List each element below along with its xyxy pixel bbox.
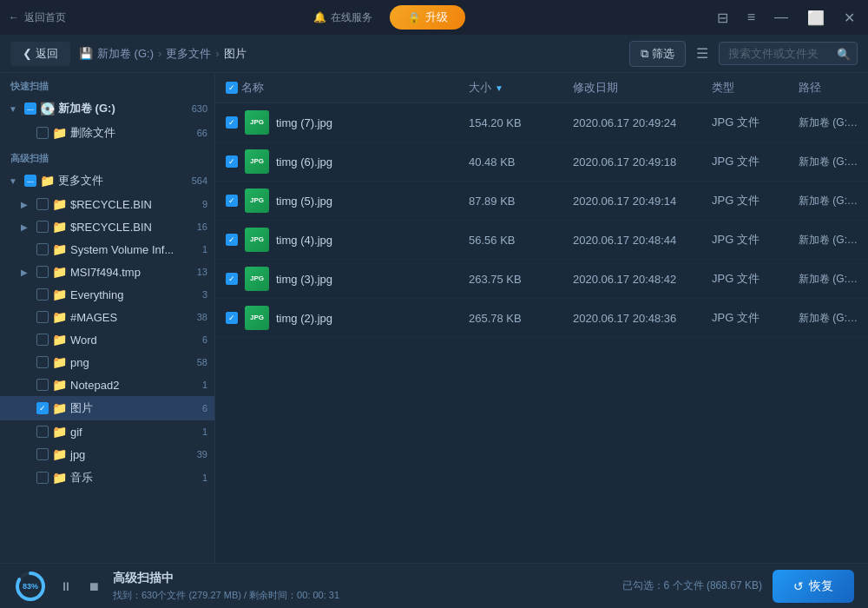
close-icon[interactable]: ✕: [839, 8, 859, 28]
cell-name: JPG timg (4).jpg: [215, 228, 458, 252]
titlebar: ← 返回首页 🔔 在线服务 🔒 升级 ⊟ ≡ — ⬜ ✕: [0, 0, 868, 35]
restore-icon[interactable]: ⬜: [803, 8, 829, 28]
cell-type: JPG 文件: [701, 193, 788, 208]
cell-name: JPG timg (7).jpg: [215, 110, 458, 135]
upgrade-label: 升级: [425, 10, 448, 25]
cell-size: 56.56 KB: [458, 234, 562, 247]
expand-icon: ▶: [21, 222, 33, 232]
row-checkbox[interactable]: [226, 312, 238, 324]
table-row[interactable]: JPG timg (7).jpg 154.20 KB 2020.06.17 20…: [215, 103, 868, 142]
row-checkbox[interactable]: [226, 273, 238, 285]
minimize-icon[interactable]: ⊟: [713, 8, 733, 28]
png-checkbox[interactable]: [36, 356, 49, 368]
table-row[interactable]: JPG timg (6).jpg 40.48 KB 2020.06.17 20:…: [215, 142, 868, 182]
content-area: 名称 大小 ▼ 修改日期 类型 路径: [215, 73, 868, 563]
search-icon[interactable]: 🔍: [837, 47, 851, 60]
mages-checkbox[interactable]: [36, 311, 49, 323]
recycle1-checkbox[interactable]: [36, 198, 49, 210]
restore-button[interactable]: ↺ 恢复: [773, 570, 854, 603]
breadcrumb-more-files[interactable]: 更多文件: [166, 46, 211, 62]
jpg-checkbox[interactable]: [36, 448, 49, 460]
menu-icon[interactable]: ≡: [743, 8, 760, 27]
drive-count: 630: [192, 103, 207, 114]
sidebar-item-msi[interactable]: ▶ 📁 MSI7f494.tmp 13: [0, 261, 214, 283]
word-checkbox[interactable]: [36, 334, 49, 346]
breadcrumb-drive[interactable]: 新加卷 (G:): [97, 46, 154, 62]
sidebar-item-recycle1[interactable]: ▶ 📁 $RECYCLE.BIN 9: [0, 193, 214, 215]
row-checkbox[interactable]: [226, 195, 238, 207]
table-row[interactable]: JPG timg (5).jpg 87.89 KB 2020.06.17 20:…: [215, 182, 868, 221]
table-row[interactable]: JPG timg (3).jpg 263.75 KB 2020.06.17 20…: [215, 260, 868, 299]
sidebar-item-system-volume[interactable]: 📁 System Volume Inf... 1: [0, 238, 214, 261]
th-type[interactable]: 类型: [701, 80, 788, 96]
sidebar-item-more-files[interactable]: ▼ 📁 更多文件 564: [0, 169, 214, 193]
cell-type: JPG 文件: [701, 154, 788, 169]
music-label: 音乐: [70, 470, 93, 486]
sidebar-item-everything[interactable]: 📁 Everything 3: [0, 283, 214, 306]
sidebar-item-deleted[interactable]: 📁 删除文件 66: [0, 121, 214, 145]
back-home-button[interactable]: ← 返回首页: [9, 10, 66, 25]
gif-checkbox[interactable]: [36, 426, 49, 438]
cell-type: JPG 文件: [701, 232, 788, 248]
more-files-checkbox[interactable]: [24, 175, 36, 187]
drive-icon: 💾: [79, 47, 93, 60]
list-view-icon[interactable]: ☰: [693, 42, 712, 65]
th-size[interactable]: 大小 ▼: [458, 80, 562, 96]
cell-name: JPG timg (5).jpg: [215, 188, 458, 213]
system-volume-checkbox[interactable]: [36, 243, 49, 255]
folder-icon: 📁: [52, 242, 67, 256]
cell-date: 2020.06.17 20:48:44: [562, 234, 701, 247]
stop-button[interactable]: ⏹: [85, 577, 102, 596]
back-home-icon: ←: [9, 11, 19, 23]
table-row[interactable]: JPG timg (4).jpg 56.56 KB 2020.06.17 20:…: [215, 221, 868, 260]
sidebar-item-png[interactable]: 📁 png 58: [0, 351, 214, 373]
th-date[interactable]: 修改日期: [562, 80, 701, 96]
sidebar-item-word[interactable]: 📁 Word 6: [0, 328, 214, 351]
sidebar-item-drive[interactable]: ▼ 💽 新加卷 (G:) 630: [0, 96, 214, 121]
filter-button[interactable]: ⧉ 筛选: [629, 41, 686, 67]
folder-icon: 📁: [52, 265, 67, 279]
recycle2-checkbox[interactable]: [36, 221, 49, 233]
file-name: timg (2).jpg: [276, 312, 332, 325]
everything-checkbox[interactable]: [36, 288, 49, 301]
maximize-icon[interactable]: —: [770, 8, 792, 27]
pause-button[interactable]: ⏸: [57, 577, 75, 596]
th-type-label: 类型: [712, 80, 734, 96]
file-name: timg (4).jpg: [276, 234, 332, 247]
sidebar-item-gif[interactable]: 📁 gif 1: [0, 420, 214, 443]
online-service-label: 在线服务: [331, 10, 372, 25]
drive-checkbox[interactable]: [24, 102, 36, 115]
th-name[interactable]: 名称: [215, 80, 458, 96]
row-checkbox[interactable]: [226, 155, 238, 168]
images-checkbox[interactable]: [36, 402, 49, 414]
deleted-count: 66: [197, 128, 207, 138]
quick-scan-label: 快速扫描: [0, 73, 214, 96]
row-checkbox[interactable]: [226, 116, 238, 129]
notepad2-label: Notepad2: [70, 379, 119, 392]
sidebar-item-music[interactable]: 📁 音乐 1: [0, 466, 214, 490]
sidebar-item-mages[interactable]: 📁 #MAGES 38: [0, 306, 214, 328]
sidebar-item-images[interactable]: 📁 图片 6: [0, 396, 214, 420]
table-row[interactable]: JPG timg (2).jpg 265.78 KB 2020.06.17 20…: [215, 299, 868, 338]
png-label: png: [70, 356, 89, 369]
advanced-scan-label: 高级扫描: [0, 145, 214, 169]
deleted-checkbox[interactable]: [36, 127, 49, 139]
sidebar-item-notepad2[interactable]: 📁 Notepad2 1: [0, 373, 214, 396]
select-all-checkbox[interactable]: [226, 82, 238, 94]
music-checkbox[interactable]: [36, 472, 49, 484]
notepad2-checkbox[interactable]: [36, 379, 49, 391]
file-icon: JPG: [245, 267, 269, 291]
word-count: 6: [202, 334, 207, 345]
sidebar-item-recycle2[interactable]: ▶ 📁 $RECYCLE.BIN 16: [0, 215, 214, 238]
back-button[interactable]: ❮ 返回: [10, 42, 70, 66]
msi-checkbox[interactable]: [36, 266, 49, 278]
cell-date: 2020.06.17 20:48:42: [562, 273, 701, 286]
th-path[interactable]: 路径: [788, 80, 868, 96]
online-service[interactable]: 🔔 在线服务: [313, 10, 372, 25]
upgrade-button[interactable]: 🔒 升级: [390, 5, 465, 30]
found-text: 找到：630个文件 (279.27 MB) / 剩余时间：00: 00: 31: [113, 589, 612, 602]
cell-name: JPG timg (3).jpg: [215, 267, 458, 291]
sidebar-item-jpg[interactable]: 📁 jpg 39: [0, 443, 214, 466]
row-checkbox[interactable]: [226, 234, 238, 246]
lock-icon: 🔒: [407, 11, 421, 24]
